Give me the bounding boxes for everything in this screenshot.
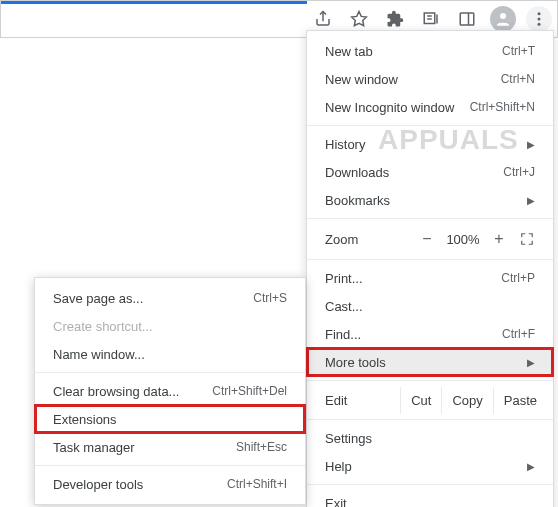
- zoom-in-button[interactable]: +: [485, 230, 513, 248]
- side-panel-icon[interactable]: [454, 6, 480, 32]
- submenu-arrow-icon: ▶: [527, 461, 535, 472]
- menu-label: Cast...: [325, 299, 535, 314]
- separator: [307, 419, 553, 420]
- copy-button[interactable]: Copy: [441, 387, 492, 414]
- menu-accel: Ctrl+F: [502, 327, 535, 341]
- separator: [307, 380, 553, 381]
- menu-new-tab[interactable]: New tab Ctrl+T: [307, 37, 553, 65]
- separator: [307, 218, 553, 219]
- extensions-icon[interactable]: [382, 6, 408, 32]
- menu-label: Save page as...: [53, 291, 253, 306]
- paste-button[interactable]: Paste: [493, 387, 547, 414]
- submenu-clear-browsing-data[interactable]: Clear browsing data... Ctrl+Shift+Del: [35, 377, 305, 405]
- svg-point-9: [538, 18, 541, 21]
- menu-label: Settings: [325, 431, 535, 446]
- submenu-developer-tools[interactable]: Developer tools Ctrl+Shift+I: [35, 470, 305, 498]
- menu-print[interactable]: Print... Ctrl+P: [307, 264, 553, 292]
- separator: [35, 372, 305, 373]
- menu-help[interactable]: Help ▶: [307, 452, 553, 480]
- cut-button[interactable]: Cut: [400, 387, 441, 414]
- menu-settings[interactable]: Settings: [307, 424, 553, 452]
- submenu-arrow-icon: ▶: [527, 357, 535, 368]
- svg-point-10: [538, 23, 541, 26]
- submenu-arrow-icon: ▶: [527, 195, 535, 206]
- submenu-extensions[interactable]: Extensions: [35, 405, 305, 433]
- zoom-value: 100%: [441, 232, 485, 247]
- menu-label: Bookmarks: [325, 193, 521, 208]
- separator: [307, 484, 553, 485]
- menu-accel: Ctrl+T: [502, 44, 535, 58]
- share-icon[interactable]: [310, 6, 336, 32]
- menu-label: Downloads: [325, 165, 503, 180]
- menu-label: History: [325, 137, 521, 152]
- submenu-create-shortcut: Create shortcut...: [35, 312, 305, 340]
- menu-label: Developer tools: [53, 477, 227, 492]
- menu-accel: Ctrl+Shift+N: [470, 100, 535, 114]
- menu-new-incognito[interactable]: New Incognito window Ctrl+Shift+N: [307, 93, 553, 121]
- menu-downloads[interactable]: Downloads Ctrl+J: [307, 158, 553, 186]
- menu-accel: Ctrl+Shift+Del: [212, 384, 287, 398]
- separator: [307, 259, 553, 260]
- profile-avatar[interactable]: [490, 6, 516, 32]
- menu-cast[interactable]: Cast...: [307, 292, 553, 320]
- menu-history[interactable]: History ▶: [307, 130, 553, 158]
- submenu-name-window[interactable]: Name window...: [35, 340, 305, 368]
- edit-label: Edit: [325, 393, 400, 408]
- zoom-out-button[interactable]: −: [413, 230, 441, 248]
- star-icon[interactable]: [346, 6, 372, 32]
- menu-label: Extensions: [53, 412, 287, 427]
- menu-label: Exit: [325, 496, 535, 508]
- svg-point-7: [500, 13, 506, 19]
- menu-label: New Incognito window: [325, 100, 470, 115]
- separator: [35, 465, 305, 466]
- submenu-save-page[interactable]: Save page as... Ctrl+S: [35, 284, 305, 312]
- menu-accel: Shift+Esc: [236, 440, 287, 454]
- menu-new-window[interactable]: New window Ctrl+N: [307, 65, 553, 93]
- menu-find[interactable]: Find... Ctrl+F: [307, 320, 553, 348]
- zoom-label: Zoom: [325, 232, 413, 247]
- fullscreen-button[interactable]: [513, 232, 541, 246]
- svg-marker-0: [352, 12, 367, 26]
- menu-exit[interactable]: Exit: [307, 489, 553, 507]
- menu-accel: Ctrl+J: [503, 165, 535, 179]
- menu-label: Name window...: [53, 347, 287, 362]
- reading-list-icon[interactable]: [418, 6, 444, 32]
- chrome-main-menu: New tab Ctrl+T New window Ctrl+N New Inc…: [306, 30, 554, 507]
- menu-edit: Edit Cut Copy Paste: [307, 385, 553, 415]
- separator: [307, 125, 553, 126]
- menu-accel: Ctrl+Shift+I: [227, 477, 287, 491]
- menu-label: More tools: [325, 355, 521, 370]
- more-tools-submenu: Save page as... Ctrl+S Create shortcut..…: [34, 277, 306, 505]
- svg-point-8: [538, 12, 541, 15]
- menu-label: Create shortcut...: [53, 319, 287, 334]
- kebab-menu-icon[interactable]: [526, 6, 552, 32]
- menu-accel: Ctrl+P: [501, 271, 535, 285]
- menu-zoom: Zoom − 100% +: [307, 223, 553, 255]
- menu-label: New tab: [325, 44, 502, 59]
- menu-bookmarks[interactable]: Bookmarks ▶: [307, 186, 553, 214]
- svg-rect-5: [460, 13, 474, 25]
- menu-label: Clear browsing data...: [53, 384, 212, 399]
- menu-label: Find...: [325, 327, 502, 342]
- menu-label: New window: [325, 72, 501, 87]
- menu-label: Help: [325, 459, 521, 474]
- submenu-task-manager[interactable]: Task manager Shift+Esc: [35, 433, 305, 461]
- menu-label: Task manager: [53, 440, 236, 455]
- menu-accel: Ctrl+S: [253, 291, 287, 305]
- menu-more-tools[interactable]: More tools ▶: [307, 348, 553, 376]
- submenu-arrow-icon: ▶: [527, 139, 535, 150]
- menu-label: Print...: [325, 271, 501, 286]
- menu-accel: Ctrl+N: [501, 72, 535, 86]
